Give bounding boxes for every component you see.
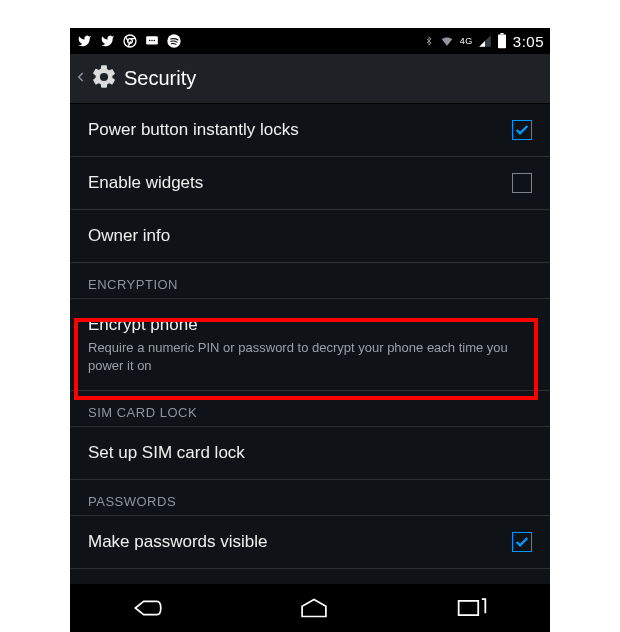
nav-recent-icon[interactable] xyxy=(456,596,488,620)
settings-gear-icon xyxy=(90,63,118,95)
row-subtitle: Require a numeric PIN or password to dec… xyxy=(88,339,518,374)
svg-point-5 xyxy=(154,40,156,42)
back-icon[interactable] xyxy=(74,67,88,91)
settings-list[interactable]: Power button instantly locks Enable widg… xyxy=(70,104,550,584)
page-title: Security xyxy=(124,67,196,90)
battery-icon xyxy=(497,33,507,49)
device-screen: 4G 3:05 Security Power butt xyxy=(70,28,550,632)
section-sim-lock: SIM CARD LOCK xyxy=(70,391,550,427)
status-clock: 3:05 xyxy=(513,33,544,50)
row-passwords-visible[interactable]: Make passwords visible xyxy=(70,516,550,569)
row-power-button-locks[interactable]: Power button instantly locks xyxy=(70,104,550,157)
checkbox-enable-widgets[interactable] xyxy=(512,173,532,193)
nav-back-icon[interactable] xyxy=(132,596,172,620)
status-bar-left xyxy=(76,33,182,49)
bluetooth-icon xyxy=(424,33,434,49)
row-sim-lock[interactable]: Set up SIM card lock xyxy=(70,427,550,480)
status-bar: 4G 3:05 xyxy=(70,28,550,54)
svg-rect-7 xyxy=(498,35,506,49)
svg-point-4 xyxy=(151,40,153,42)
row-enable-widgets[interactable]: Enable widgets xyxy=(70,157,550,210)
navigation-bar xyxy=(70,584,550,632)
network-label: 4G xyxy=(460,36,473,46)
twitter-icon xyxy=(76,34,93,48)
row-label: Power button instantly locks xyxy=(88,120,498,140)
row-label: Encrypt phone xyxy=(88,315,518,335)
section-device-admin: DEVICE ADMINISTRATION xyxy=(70,569,550,584)
nav-home-icon[interactable] xyxy=(297,596,331,620)
row-label: Owner info xyxy=(88,226,518,246)
svg-rect-9 xyxy=(458,601,478,615)
checkbox-power-lock[interactable] xyxy=(512,120,532,140)
row-label: Set up SIM card lock xyxy=(88,443,518,463)
status-bar-right: 4G 3:05 xyxy=(424,33,544,50)
svg-rect-8 xyxy=(500,33,503,35)
wifi-icon xyxy=(438,34,456,48)
chrome-icon xyxy=(122,33,138,49)
action-bar[interactable]: Security xyxy=(70,54,550,104)
message-icon xyxy=(144,34,160,48)
checkbox-passwords-visible[interactable] xyxy=(512,532,532,552)
section-passwords: PASSWORDS xyxy=(70,480,550,516)
signal-icon xyxy=(477,34,493,48)
section-encryption: ENCRYPTION xyxy=(70,263,550,299)
row-encrypt-phone[interactable]: Encrypt phone Require a numeric PIN or p… xyxy=(70,299,550,391)
spotify-icon xyxy=(166,33,182,49)
twitter-icon xyxy=(99,34,116,48)
svg-point-3 xyxy=(149,40,151,42)
row-label: Enable widgets xyxy=(88,173,498,193)
row-label: Make passwords visible xyxy=(88,532,498,552)
row-owner-info[interactable]: Owner info xyxy=(70,210,550,263)
screenshot-frame: 4G 3:05 Security Power butt xyxy=(0,0,620,632)
